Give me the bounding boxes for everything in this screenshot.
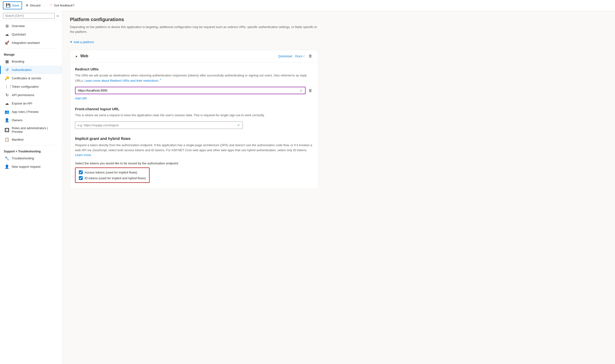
add-uri-label: Add URI xyxy=(75,97,87,100)
uri-input-container: ✓ xyxy=(75,87,306,94)
id-tokens-checkbox-row: ID tokens (used for implicit and hybrid … xyxy=(79,176,146,180)
logout-title: Front-channel logout URL xyxy=(75,107,313,111)
new-support-label: New support request xyxy=(12,165,40,169)
add-uri-button[interactable]: Add URI xyxy=(75,97,87,100)
sidebar-item-quickstart[interactable]: ☁ Quickstart xyxy=(0,30,62,39)
learn-more-link[interactable]: Learn more about Redirect URIs and their… xyxy=(85,79,161,82)
implicit-desc: Request a token directly from the author… xyxy=(75,143,313,158)
save-button[interactable]: 💾 Save xyxy=(3,1,22,9)
integration-icon: 🚀 xyxy=(5,40,9,45)
manage-section-header: Manage xyxy=(0,50,62,57)
logout-section: Front-channel logout URL This is where w… xyxy=(75,107,313,129)
implicit-select-label: Select the tokens you would like to be i… xyxy=(75,161,313,165)
content-area: Platform configurations Depending on the… xyxy=(62,11,326,200)
platform-card-actions: Quickstart Docs ↗ 🗑 xyxy=(278,53,313,59)
feedback-label: Got feedback? xyxy=(54,4,75,7)
quickstart-label: Quickstart xyxy=(12,33,26,36)
manifest-label: Manifest xyxy=(12,138,24,141)
owners-label: Owners xyxy=(12,118,23,122)
delete-uri-button[interactable]: 🗑 xyxy=(308,88,313,94)
delete-platform-icon: 🗑 xyxy=(308,54,312,58)
new-support-icon: 👤 xyxy=(5,164,9,169)
discard-label: Discard xyxy=(30,4,40,7)
id-tokens-checkbox[interactable] xyxy=(79,176,83,180)
implicit-checkboxes: Access tokens (used for implicit flows) … xyxy=(75,168,150,183)
support-section-header: Support + Troubleshooting xyxy=(0,147,62,154)
sidebar-item-roles-admin[interactable]: 🔲 Roles and administrators | Preview xyxy=(0,124,62,135)
logout-valid-icon: ✓ xyxy=(235,123,243,127)
sidebar-item-new-support[interactable]: 👤 New support request xyxy=(0,162,62,171)
certificates-icon: 🔑 xyxy=(5,76,9,80)
roles-icon: 🔲 xyxy=(5,128,9,132)
troubleshooting-icon: 🔧 xyxy=(5,156,9,161)
docs-link-label: Docs xyxy=(295,54,302,58)
collapse-button[interactable]: « xyxy=(56,13,59,18)
quickstart-icon: ☁ xyxy=(5,32,9,37)
access-tokens-label[interactable]: Access tokens (used for implicit flows) xyxy=(85,171,137,174)
sidebar-item-overview[interactable]: ⊞ Overview xyxy=(0,22,62,30)
access-tokens-checkbox-row: Access tokens (used for implicit flows) xyxy=(79,170,146,174)
add-platform-plus-icon: + xyxy=(70,40,72,44)
toolbar: 💾 Save ✕ Discard ♡ Got feedback? xyxy=(0,0,615,11)
page-title: Platform configurations xyxy=(70,17,318,22)
token-icon: ⋮⋮ xyxy=(5,84,9,89)
sidebar-item-api-permissions[interactable]: ↻ API permissions xyxy=(0,91,62,99)
branding-label: Branding xyxy=(12,60,24,63)
sidebar-item-token-config[interactable]: ⋮⋮ Token configuration xyxy=(0,82,62,91)
sidebar-item-branding[interactable]: ▦ Branding xyxy=(0,57,62,66)
docs-external-link-icon: ↗ xyxy=(303,55,305,57)
uri-valid-icon: ✓ xyxy=(297,89,305,92)
sidebar-item-authentication[interactable]: ↺ Authentication xyxy=(0,66,62,74)
logout-input-container: ✓ xyxy=(75,121,243,129)
integration-label: Integration assistant xyxy=(12,41,39,45)
branding-icon: ▦ xyxy=(5,59,9,64)
app-roles-label: App roles | Preview xyxy=(12,110,39,114)
search-input[interactable] xyxy=(3,13,55,19)
main-content: Platform configurations Depending on the… xyxy=(62,11,615,364)
sidebar-item-expose-api[interactable]: ☁ Expose an API xyxy=(0,99,62,108)
platform-card-header: ▲ Web Quickstart Docs ↗ 🗑 xyxy=(70,50,318,62)
docs-link-button[interactable]: Docs ↗ xyxy=(295,54,305,58)
redirect-uris-desc: The URIs we will accept as destinations … xyxy=(75,73,313,83)
redirect-uris-title: Redirect URIs xyxy=(75,67,313,71)
delete-platform-button[interactable]: 🗑 xyxy=(308,53,313,59)
feedback-button[interactable]: ♡ Got feedback? xyxy=(47,2,77,9)
sidebar-item-app-roles[interactable]: 👥 App roles | Preview xyxy=(0,108,62,116)
logout-url-input[interactable] xyxy=(75,122,235,129)
web-platform-card: ▲ Web Quickstart Docs ↗ 🗑 xyxy=(70,50,318,189)
uri-input[interactable] xyxy=(76,87,297,94)
overview-icon: ⊞ xyxy=(5,24,9,28)
support-divider xyxy=(4,145,58,145)
toolbar-divider xyxy=(45,3,45,8)
sidebar-item-integration-assistant[interactable]: 🚀 Integration assistant xyxy=(0,39,62,47)
sidebar-item-certificates[interactable]: 🔑 Certificates & secrets xyxy=(0,74,62,82)
quickstart-link-button[interactable]: Quickstart xyxy=(278,54,292,58)
api-label: API permissions xyxy=(12,93,34,97)
collapse-chevron-icon[interactable]: ▲ xyxy=(75,54,78,58)
sidebar-nav: ⊞ Overview ☁ Quickstart 🚀 Integration as… xyxy=(0,21,62,172)
authentication-label: Authentication xyxy=(12,68,31,72)
id-tokens-label[interactable]: ID tokens (used for implicit and hybrid … xyxy=(85,176,146,180)
discard-button[interactable]: ✕ Discard xyxy=(23,2,43,9)
learn-more-external-icon: ↗ xyxy=(159,78,161,81)
owners-icon: 👤 xyxy=(5,118,9,122)
sidebar-item-troubleshooting[interactable]: 🔧 Troubleshooting xyxy=(0,154,62,162)
uri-input-row: ✓ 🗑 xyxy=(75,87,313,94)
implicit-learn-more-link[interactable]: Learn more. xyxy=(75,153,92,157)
implicit-title: Implicit grant and hybrid flows xyxy=(75,137,313,141)
token-label: Token configuration xyxy=(12,85,39,88)
sidebar-item-owners[interactable]: 👤 Owners xyxy=(0,116,62,124)
feedback-icon: ♡ xyxy=(49,3,53,8)
save-icon: 💾 xyxy=(6,3,11,8)
redirect-uris-section: Redirect URIs The URIs we will accept as… xyxy=(75,67,313,100)
manage-divider xyxy=(4,48,58,49)
app-roles-icon: 👥 xyxy=(5,109,9,114)
layout: « ⊞ Overview ☁ Quickstart 🚀 Integration … xyxy=(0,11,615,364)
access-tokens-checkbox[interactable] xyxy=(79,170,83,174)
sidebar-item-manifest[interactable]: 📋 Manifest xyxy=(0,135,62,144)
logout-desc: This is where we send a request to have … xyxy=(75,113,313,118)
add-platform-button[interactable]: + Add a platform xyxy=(70,39,94,45)
certificates-label: Certificates & secrets xyxy=(12,77,41,80)
add-platform-label: Add a platform xyxy=(74,40,94,44)
authentication-icon: ↺ xyxy=(5,68,9,72)
